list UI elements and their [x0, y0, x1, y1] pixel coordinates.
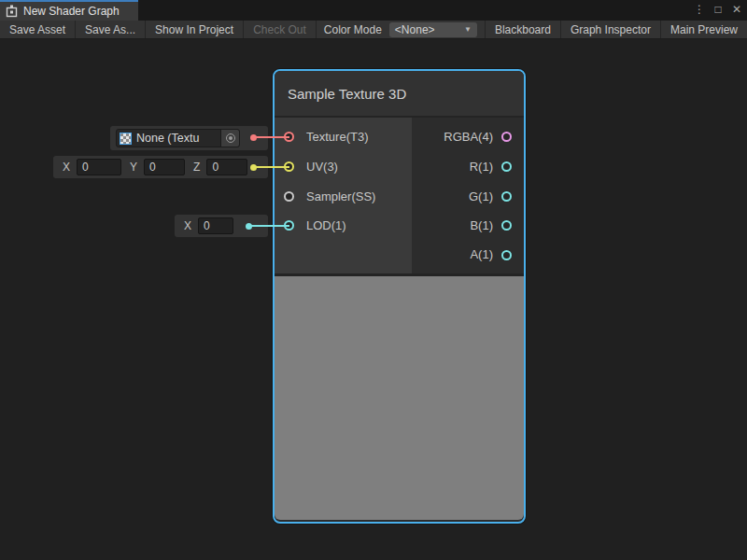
- window-controls: ⋮ □ ✕: [693, 0, 743, 19]
- save-asset-button[interactable]: Save Asset: [0, 21, 76, 38]
- color-mode-dropdown[interactable]: <None> ▼: [389, 22, 477, 37]
- check-out-button: Check Out: [244, 21, 317, 38]
- window-menu-icon[interactable]: ⋮: [693, 0, 706, 19]
- uv-z-field[interactable]: 0: [206, 159, 247, 175]
- lod-x-label: X: [184, 219, 191, 232]
- output-label-g: G(1): [469, 189, 493, 205]
- tab-title: New Shader Graph: [23, 5, 120, 18]
- lod-edge-wire[interactable]: [249, 225, 289, 227]
- shader-graph-toolbar: Save Asset Save As... Show In Project Ch…: [0, 21, 747, 39]
- node-sample-texture-3d[interactable]: Sample Texture 3D Texture(T3) UV(3) Samp…: [273, 69, 526, 524]
- color-mode-label: Color Mode: [317, 21, 389, 38]
- input-label-sampler: Sampler(SS): [306, 189, 375, 205]
- uv-edge-wire[interactable]: [254, 166, 289, 168]
- output-port-b[interactable]: [501, 220, 512, 231]
- save-as-button[interactable]: Save As...: [76, 21, 146, 38]
- tab-bar: New Shader Graph ⋮ □ ✕: [0, 0, 747, 21]
- output-port-r[interactable]: [501, 161, 512, 172]
- input-label-texture: Texture(T3): [306, 129, 368, 146]
- output-label-a: A(1): [470, 246, 493, 263]
- output-port-a[interactable]: [501, 250, 512, 260]
- output-label-r: R(1): [470, 159, 493, 175]
- output-label-b: B(1): [470, 217, 493, 234]
- show-in-project-button[interactable]: Show In Project: [146, 21, 244, 38]
- output-port-rgba[interactable]: [501, 132, 512, 142]
- texture-checker-icon: [120, 133, 132, 145]
- texture-edge-dot: [250, 134, 257, 141]
- texture-object-value: None (Textu: [136, 132, 220, 145]
- lod-x-field[interactable]: 0: [198, 217, 233, 234]
- output-label-rgba: RGBA(4): [444, 129, 493, 146]
- close-icon[interactable]: ✕: [730, 0, 743, 19]
- input-port-sampler[interactable]: [284, 191, 294, 202]
- input-label-lod: LOD(1): [306, 217, 346, 234]
- chevron-down-icon: ▼: [464, 25, 472, 34]
- shader-graph-icon: [6, 5, 18, 18]
- uv-y-field[interactable]: 0: [144, 159, 185, 175]
- node-title[interactable]: Sample Texture 3D: [275, 71, 524, 118]
- texture-edge-wire[interactable]: [254, 136, 289, 138]
- object-picker-icon: [226, 133, 235, 143]
- main-preview-button[interactable]: Main Preview: [660, 21, 747, 38]
- graph-inspector-button[interactable]: Graph Inspector: [560, 21, 660, 38]
- object-picker-button[interactable]: [220, 130, 239, 147]
- uv-x-label: X: [63, 161, 70, 174]
- output-port-g[interactable]: [501, 191, 512, 202]
- uv-y-label: Y: [130, 161, 137, 174]
- texture-input-widget: None (Textu: [110, 126, 268, 150]
- blackboard-button[interactable]: Blackboard: [485, 21, 560, 38]
- maximize-icon[interactable]: □: [712, 0, 725, 19]
- uv-input-widget: X 0 Y 0 Z 0: [53, 156, 268, 178]
- tab-new-shader-graph[interactable]: New Shader Graph: [0, 0, 138, 21]
- input-label-uv: UV(3): [306, 159, 338, 175]
- uv-z-label: Z: [193, 161, 200, 174]
- graph-canvas[interactable]: None (Textu X 0 Y 0 Z 0 X 0 Sample Textu…: [0, 39, 747, 560]
- lod-edge-dot: [246, 223, 252, 230]
- color-mode-value: <None>: [395, 23, 435, 36]
- node-preview[interactable]: [275, 276, 524, 520]
- uv-x-field[interactable]: 0: [77, 159, 121, 175]
- texture-object-field[interactable]: None (Textu: [116, 129, 240, 147]
- uv-edge-dot: [250, 164, 257, 171]
